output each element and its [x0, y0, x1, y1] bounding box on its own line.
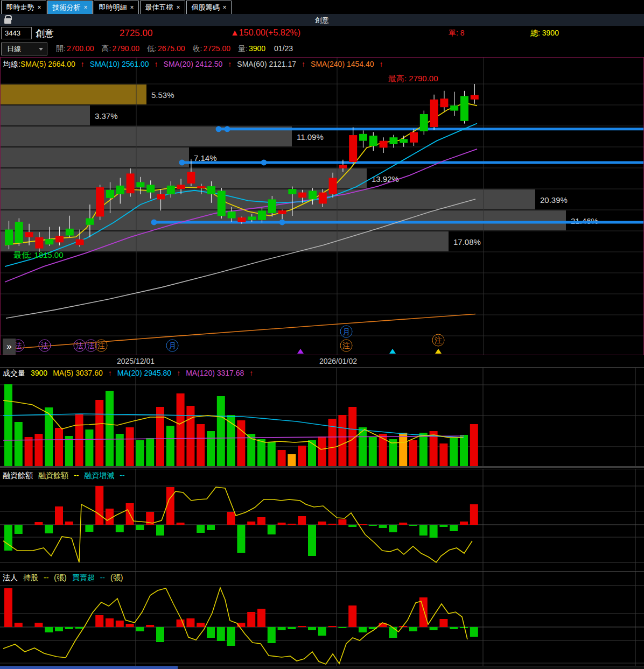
unit-volume: 單: 8	[449, 29, 465, 38]
sma-legend-item: SMA(60) 2121.17	[237, 60, 296, 69]
close-icon[interactable]: ×	[176, 4, 180, 11]
institutional-legend-item: (張)	[110, 573, 123, 583]
close-icon[interactable]: ×	[83, 4, 87, 11]
tab-label: 即時明細	[99, 3, 127, 12]
volume-legend-item: MA(5) 3037.60	[53, 369, 103, 378]
event-marker-法[interactable]: 法	[74, 340, 86, 352]
signal-triangle-icon	[297, 349, 304, 354]
ohlc-field: 低:2675.00	[147, 44, 185, 54]
stock-name: 創意	[36, 27, 54, 40]
price-change: ▲150.00(+5.82%)	[230, 28, 300, 38]
margin-legend-item: --	[74, 471, 79, 481]
signal-triangle-icon	[389, 349, 396, 354]
chevron-down-icon	[39, 48, 43, 51]
date-label: 2026/01/02	[319, 357, 357, 365]
total-volume: 總: 3900	[530, 29, 559, 38]
volume-legend-item: ↑	[177, 369, 180, 378]
ohlc-field: 高:2790.00	[102, 44, 140, 54]
sma-legend-item: SMA(240) 1454.40	[311, 60, 374, 69]
tab-1[interactable]: 即時走勢×	[1, 1, 46, 14]
sma-legend-item: ↑	[302, 60, 305, 69]
sma-legend-item: ↑	[380, 60, 383, 69]
horizontal-scrollbar[interactable]	[0, 666, 644, 669]
margin-chart[interactable]	[0, 469, 644, 571]
volume-legend-item: MA(120) 3317.68	[186, 369, 244, 378]
volume-legend-item: 成交量	[3, 369, 25, 378]
title-bar: 創意	[0, 14, 644, 26]
svg-text:11.09%: 11.09%	[297, 132, 324, 142]
event-marker-注[interactable]: 注	[432, 334, 445, 347]
tab-label: 技術分析	[52, 3, 80, 12]
institutional-legend-item: 法人	[3, 573, 18, 583]
ohlc-readout: 開:2700.00高:2790.00低:2675.00收:2725.00量:39…	[56, 44, 293, 54]
stock-code-input[interactable]	[1, 27, 32, 39]
scrollbar-thumb[interactable]	[0, 666, 178, 669]
app-window: 即時走勢×技術分析×即時明細×最佳五檔×個股籌碼× 創意 創意 2725.00 …	[0, 0, 644, 669]
lowest-price-label: 最低: 1815.00	[13, 250, 64, 260]
volume-legend-item: ↑	[249, 369, 253, 378]
event-marker-注[interactable]: 注	[95, 340, 108, 352]
margin-legend-item: --	[120, 471, 124, 481]
institutional-legend-item: (張)	[54, 573, 66, 583]
margin-legend-item: 融資增減	[84, 471, 114, 481]
event-marker-法[interactable]: 法	[39, 340, 51, 352]
sma-legend-item: ↑	[81, 60, 85, 69]
institutional-chart[interactable]	[0, 572, 644, 666]
ohlc-field: 開:2700.00	[56, 44, 94, 54]
svg-text:5.53%: 5.53%	[151, 90, 174, 100]
tab-bar: 即時走勢×技術分析×即時明細×最佳五檔×個股籌碼×	[0, 0, 644, 14]
sma-legend-item: SMA(10) 2561.00	[90, 60, 149, 69]
margin-legend-item: 融資餘額	[38, 471, 68, 481]
volume-legend-item: 3900	[31, 369, 47, 378]
signal-triangle-icon	[435, 349, 442, 354]
period-value: 日線	[7, 44, 21, 54]
sma-legend-item: ↑	[155, 60, 158, 69]
volume-legend-item: ↑	[108, 369, 112, 378]
sma-legend-item: SMA(20) 2412.50	[164, 60, 223, 69]
sma-legend-item: 均線:SMA(5) 2664.00	[3, 60, 75, 69]
institutional-legend-item: --	[100, 573, 105, 583]
tab-label: 個股籌碼	[191, 3, 219, 12]
ohlc-field: 收:2725.00	[193, 44, 231, 54]
tab-5[interactable]: 個股籌碼×	[186, 1, 232, 14]
tab-2[interactable]: 技術分析×	[47, 1, 93, 14]
event-marker-月[interactable]: 月	[340, 326, 353, 338]
volume-legend-item: MA(20) 2945.80	[117, 369, 171, 378]
period-dropdown[interactable]: 日線	[1, 43, 47, 55]
tab-label: 即時走勢	[6, 3, 34, 12]
tab-3[interactable]: 即時明細×	[94, 1, 139, 14]
last-price: 2725.00	[120, 28, 152, 39]
close-icon[interactable]: ×	[130, 4, 134, 11]
volume-chart[interactable]	[0, 367, 644, 468]
svg-text:17.08%: 17.08%	[453, 237, 481, 247]
event-marker-注[interactable]: 注	[340, 340, 353, 352]
institutional-legend-item: --	[44, 573, 48, 583]
highest-price-label: 最高: 2790.00	[388, 74, 438, 84]
sma-legend-item: ↑	[228, 60, 232, 69]
tab-4[interactable]: 最佳五檔×	[140, 1, 185, 14]
candlestick-chart[interactable]: 5.53%3.37%11.09%7.14%13.92%20.39%21.46%1…	[1, 58, 643, 355]
main-chart-pane[interactable]: 均線:SMA(5) 2664.00↑SMA(10) 2561.00↑SMA(20…	[0, 57, 644, 355]
date-label: 2025/12/01	[117, 357, 155, 365]
event-marker-月[interactable]: 月	[166, 340, 179, 352]
margin-legend: 融資餘額融資餘額--融資增減--	[3, 471, 125, 481]
expand-markers-button[interactable]: »	[3, 339, 16, 355]
window-title: 創意	[0, 16, 644, 25]
sma-legend: 均線:SMA(5) 2664.00↑SMA(10) 2561.00↑SMA(20…	[3, 60, 383, 69]
quote-row: 創意 2725.00 ▲150.00(+5.82%) 單: 8 總: 3900	[0, 26, 644, 41]
institutional-legend-item: 持股	[23, 573, 38, 583]
toolbar: 日線 開:2700.00高:2790.00低:2675.00收:2725.00量…	[0, 41, 644, 57]
institutional-legend-item: 買賣超	[72, 573, 95, 583]
margin-legend-item: 融資餘額	[3, 471, 33, 481]
svg-text:20.39%: 20.39%	[540, 195, 568, 205]
ohlc-field: 01/23	[273, 44, 293, 54]
ohlc-field: 量:3900	[238, 44, 265, 54]
institutional-legend: 法人持股--(張)買賣超--(張)	[3, 573, 123, 583]
x-axis-labels: 2025/12/012026/01/02	[0, 355, 644, 367]
volume-legend: 成交量3900MA(5) 3037.60↑MA(20) 2945.80↑MA(1…	[3, 369, 253, 378]
close-icon[interactable]: ×	[222, 4, 226, 11]
svg-text:3.37%: 3.37%	[95, 111, 118, 121]
close-icon[interactable]: ×	[37, 4, 41, 11]
tab-label: 最佳五檔	[145, 3, 173, 12]
